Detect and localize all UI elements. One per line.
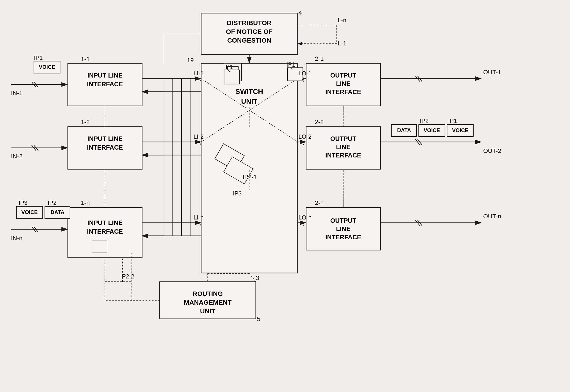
svg-text:LINE: LINE [336, 225, 350, 232]
svg-text:MANAGEMENT: MANAGEMENT [184, 299, 232, 306]
svg-rect-96 [224, 70, 240, 84]
svg-text:CONGESTION: CONGESTION [227, 37, 271, 44]
svg-text:INTERFACE: INTERFACE [87, 228, 123, 235]
svg-text:LINE: LINE [336, 80, 350, 87]
ip2-inn-label: IP2 [48, 200, 57, 206]
ref5-label: 5 [257, 316, 260, 322]
svg-text:DISTRIBUTOR: DISTRIBUTOR [227, 19, 272, 27]
svg-text:SWITCH: SWITCH [236, 88, 263, 96]
ref2-1-label: 2-1 [315, 55, 324, 62]
li1-label: LI-1 [194, 70, 204, 77]
diagram-container: DISTRIBUTOR OF NOTICE OF CONGESTION SWIT… [0, 0, 570, 392]
lon-label: LO-n [299, 214, 312, 221]
svg-text:UNIT: UNIT [200, 308, 215, 315]
lo1-label: LO-1 [299, 70, 312, 77]
svg-line-84 [249, 273, 256, 282]
ip2-out2-label: IP2 [420, 118, 429, 124]
svg-text:INTERFACE: INTERFACE [325, 234, 361, 241]
svg-text:UNIT: UNIT [241, 98, 257, 105]
ip1-switch-label: IP1 [224, 64, 233, 70]
svg-text:INTERFACE: INTERFACE [87, 144, 123, 151]
svg-text:ROUTING: ROUTING [193, 290, 223, 297]
svg-text:VOICE: VOICE [39, 64, 55, 70]
ip3-switch-label: IP3 [233, 190, 242, 197]
ref2-2-label: 2-2 [315, 119, 324, 125]
svg-text:INTERFACE: INTERFACE [325, 88, 361, 96]
ref4-label: 4 [299, 9, 302, 16]
svg-text:INTERFACE: INTERFACE [325, 152, 361, 159]
in1-label: IN-1 [11, 90, 23, 96]
svg-text:VOICE: VOICE [21, 209, 38, 215]
svg-text:DATA: DATA [50, 209, 64, 215]
svg-text:INTERFACE: INTERFACE [87, 81, 123, 88]
ip2-1-label: IP2-1 [243, 174, 257, 180]
svg-text:INPUT LINE: INPUT LINE [87, 135, 122, 142]
out1-label: OUT-1 [483, 69, 501, 76]
ln-label: L-n [338, 17, 346, 24]
outn-label: OUT-n [483, 213, 501, 220]
lo2-label: LO-2 [299, 133, 312, 140]
svg-text:INPUT LINE: INPUT LINE [87, 219, 122, 226]
svg-text:OF NOTICE OF: OF NOTICE OF [226, 28, 272, 35]
lin-label: LI-n [194, 214, 204, 221]
inn-label: IN-n [11, 235, 23, 241]
svg-text:OUTPUT: OUTPUT [330, 135, 356, 142]
ip1-out2-label: IP1 [448, 118, 457, 124]
out2-label: OUT-2 [483, 147, 501, 154]
ref1-n-label: 1-n [81, 199, 90, 206]
svg-text:INPUT LINE: INPUT LINE [87, 72, 122, 79]
svg-text:DATA: DATA [397, 127, 411, 133]
ref1-2-label: 1-2 [81, 119, 90, 125]
ref2-n-label: 2-n [315, 199, 324, 206]
in2-label: IN-2 [11, 153, 23, 160]
ref1-1-label: 1-1 [81, 56, 90, 62]
ip1-in1-label: IP1 [34, 55, 43, 61]
svg-text:VOICE: VOICE [452, 127, 468, 133]
ip3-inn-label: IP3 [19, 200, 28, 206]
svg-rect-26 [92, 240, 107, 252]
ref3-label: 3 [256, 275, 259, 281]
svg-text:VOICE: VOICE [424, 127, 440, 133]
diagram-svg: DISTRIBUTOR OF NOTICE OF CONGESTION SWIT… [0, 0, 570, 392]
ip1-out1-label: IP1 [286, 61, 295, 68]
svg-text:OUTPUT: OUTPUT [330, 217, 356, 224]
ref19-label: 19 [187, 57, 194, 64]
l1-label: L-1 [338, 40, 346, 47]
svg-text:LINE: LINE [336, 143, 350, 151]
svg-text:OUTPUT: OUTPUT [330, 72, 356, 79]
li2-label: LI-2 [194, 133, 204, 140]
